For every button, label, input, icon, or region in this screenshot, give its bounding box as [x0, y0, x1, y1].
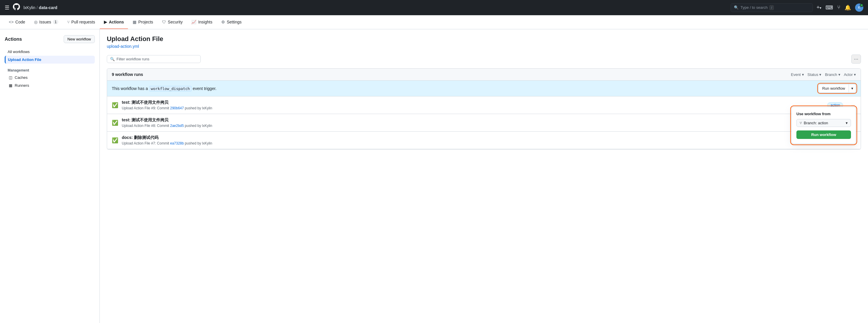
run-meta: Upload Action File #9: Commit 290b647 pu…	[122, 106, 824, 110]
commit-link[interactable]: ea7328b	[170, 141, 184, 145]
dispatch-notice: This workflow has a workflow_dispatch ev…	[107, 81, 861, 97]
tab-actions[interactable]: ▶ Actions	[100, 15, 128, 29]
status-caret: ▾	[819, 72, 822, 77]
caches-icon: ◫	[9, 75, 12, 80]
caches-label: Caches	[15, 75, 28, 80]
notification-icon[interactable]: 🔔	[844, 4, 851, 11]
tab-issues-label: Issues	[39, 20, 51, 24]
dispatch-after: event trigger.	[193, 86, 217, 91]
status-label: Status	[808, 72, 818, 77]
search-placeholder: Type / to search	[740, 5, 768, 10]
filter-dropdowns: Event ▾ Status ▾ Branch ▾ Actor ▾	[791, 72, 856, 77]
run-title: test: 测试不使用文件拷贝	[122, 117, 813, 123]
tab-pull-requests[interactable]: ⑂ Pull requests	[63, 15, 99, 29]
event-caret: ▾	[802, 72, 804, 77]
branch-selector[interactable]: ⑂ Branch: action ▾	[797, 119, 851, 127]
sidebar-title: Actions	[5, 37, 22, 42]
settings-icon: ⚙	[221, 20, 225, 24]
owner-link[interactable]: lxKylin	[24, 5, 35, 10]
page-title: Upload Action File	[107, 35, 861, 43]
filter-bar: 🔍 Filter workflow runs ···	[107, 55, 861, 64]
branch-filter-button[interactable]: Branch ▾	[825, 72, 840, 77]
all-workflows-label: All workflows	[8, 49, 30, 54]
add-icon[interactable]: +▾	[816, 4, 822, 10]
runs-container: 9 workflow runs Event ▾ Status ▾ Branch …	[107, 68, 861, 149]
run-title: docs: 删除测试代码	[122, 135, 803, 140]
security-icon: 🛡	[162, 20, 166, 24]
code-icon: <>	[9, 20, 13, 24]
breadcrumb-separator: /	[36, 5, 37, 10]
branch-caret-icon: ▾	[846, 121, 848, 125]
tab-issues[interactable]: ◎ Issues 1	[30, 15, 62, 29]
run-workflow-main-label: Run workflow	[819, 84, 849, 92]
table-row[interactable]: ✅ test: 测试不使用文件拷贝 Upload Action File #9:…	[107, 97, 861, 114]
event-filter-button[interactable]: Event ▾	[791, 72, 804, 77]
pr-icon: ⑂	[67, 20, 69, 24]
terminal-icon[interactable]: ⌨	[826, 4, 833, 11]
pull-request-icon[interactable]: ⑂	[837, 4, 840, 10]
actor-filter-button[interactable]: Actor ▾	[844, 72, 856, 77]
tab-code-label: Code	[15, 20, 25, 24]
status-filter-button[interactable]: Status ▾	[808, 72, 822, 77]
management-label: Management	[5, 64, 95, 74]
tab-actions-label: Actions	[109, 20, 124, 24]
actions-icon: ▶	[104, 20, 107, 24]
search-icon: 🔍	[734, 5, 739, 10]
sidebar-item-upload-action-file[interactable]: Upload Action File	[5, 56, 95, 64]
main-content: Upload Action File upload-action.yml 🔍 F…	[100, 29, 868, 323]
issues-icon: ◎	[34, 20, 37, 24]
run-workflow-caret-icon[interactable]: ▾	[849, 84, 856, 92]
branch-caret: ▾	[838, 72, 840, 77]
run-meta: Upload Action File #7: Commit ea7328b pu…	[122, 141, 803, 145]
sidebar-item-caches[interactable]: ◫ Caches	[5, 74, 95, 81]
new-workflow-button[interactable]: New workflow	[64, 35, 95, 43]
run-workflow-submit-button[interactable]: Run workflow	[797, 131, 851, 139]
runs-count: 9 workflow runs	[112, 72, 143, 77]
sidebar-item-all-workflows[interactable]: All workflows	[5, 48, 95, 56]
actor-label: Actor	[844, 72, 853, 77]
slash-key: /	[769, 5, 774, 10]
tab-security-label: Security	[168, 20, 183, 24]
tab-projects-label: Projects	[138, 20, 153, 24]
page-header: Upload Action File upload-action.yml	[107, 35, 861, 49]
tab-insights[interactable]: 📈 Insights	[187, 15, 216, 29]
table-row[interactable]: ✅ test: 测试不使用文件拷贝 Upload Action File #8:…	[107, 114, 861, 132]
run-workflow-button[interactable]: Run workflow ▾	[818, 84, 856, 93]
dispatch-text: This workflow has a workflow_dispatch ev…	[112, 86, 217, 91]
run-info: docs: 删除测试代码 Upload Action File #7: Comm…	[122, 135, 803, 145]
commit-link[interactable]: 2ae2bd5	[170, 124, 184, 128]
filter-search[interactable]: 🔍 Filter workflow runs	[107, 55, 201, 63]
navbar-actions: +▾ ⌨ ⑂ 🔔 K	[816, 3, 863, 12]
runs-header: 9 workflow runs Event ▾ Status ▾ Branch …	[107, 69, 861, 81]
branch-selector-label: Branch: action	[804, 121, 828, 125]
commit-link[interactable]: 290b647	[170, 106, 184, 110]
projects-icon: ▦	[133, 20, 136, 24]
dropdown-label: Use workflow from	[797, 112, 851, 116]
runners-label: Runners	[15, 83, 29, 87]
search-icon: 🔍	[110, 57, 115, 61]
tab-insights-label: Insights	[198, 20, 212, 24]
tab-code[interactable]: <> Code	[5, 15, 29, 29]
repo-link[interactable]: data-card	[39, 5, 57, 10]
tab-security[interactable]: 🛡 Security	[158, 15, 187, 29]
status-success-icon: ✅	[112, 119, 118, 126]
repo-tabs: <> Code ◎ Issues 1 ⑂ Pull requests ▶ Act…	[0, 15, 868, 29]
git-branch-icon: ⑂	[800, 121, 802, 125]
tab-projects[interactable]: ▦ Projects	[128, 15, 157, 29]
dispatch-before: This workflow has a	[112, 86, 148, 91]
github-logo[interactable]	[13, 3, 20, 12]
avatar[interactable]: K	[855, 3, 863, 12]
global-search[interactable]: 🔍 Type / to search /	[731, 3, 813, 12]
filter-more-button[interactable]: ···	[851, 55, 861, 64]
yml-link[interactable]: upload-action.yml	[107, 44, 139, 49]
hamburger-icon[interactable]: ☰	[5, 4, 9, 11]
sidebar-item-runners[interactable]: ▦ Runners	[5, 81, 95, 89]
status-success-icon: ✅	[112, 137, 118, 144]
table-row[interactable]: ✅ docs: 删除测试代码 Upload Action File #7: Co…	[107, 132, 861, 149]
tab-settings-label: Settings	[227, 20, 242, 24]
upload-action-file-label: Upload Action File	[8, 58, 41, 62]
event-label: Event	[791, 72, 801, 77]
tab-settings[interactable]: ⚙ Settings	[217, 15, 246, 29]
sidebar: Actions New workflow All workflows Uploa…	[0, 29, 100, 323]
dispatch-code: workflow_dispatch	[149, 86, 192, 92]
